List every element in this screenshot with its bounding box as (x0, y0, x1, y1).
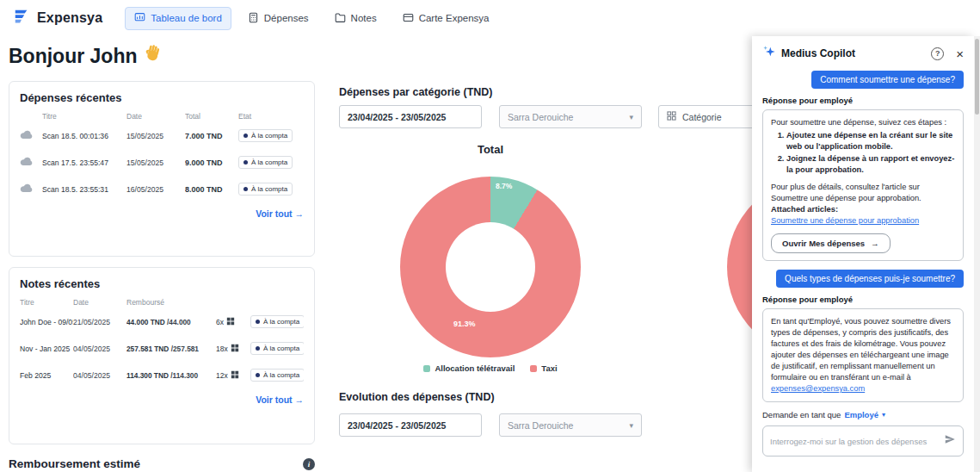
send-icon[interactable] (944, 433, 956, 449)
expense-date: 16/05/2025 (126, 185, 185, 194)
user-filter-value: Sarra Derouiche (508, 112, 573, 122)
user-filter-value: Sarra Derouiche (508, 420, 573, 431)
ask-as-role-dropdown[interactable]: Employé (844, 410, 878, 419)
nav-tab-label: Carte Expensya (419, 13, 490, 23)
attached-article-link[interactable]: Soumettre une dépense pour approbation (771, 216, 919, 225)
brand-name: Expensya (37, 10, 102, 26)
see-all-notes-link[interactable]: Voir tout → (20, 394, 304, 405)
response-audience-label: Réponse pour employé (762, 295, 964, 304)
table-header: Titre Date Remboursé (20, 298, 304, 307)
recent-notes-card: Notes récentes Titre Date Remboursé John… (9, 267, 315, 444)
expense-type-icon (20, 130, 42, 141)
expense-date: 15/05/2025 (126, 132, 185, 140)
legend-item-teletravail[interactable]: Allocation télétravail (423, 363, 515, 373)
category-grid-icon (667, 111, 676, 122)
note-amount-of: /114.300 (170, 371, 198, 380)
note-amount: 44.000 TND (126, 318, 165, 326)
col-reimbursed: Remboursé (126, 298, 216, 307)
status-label: À la compta (251, 158, 287, 166)
chevron-down-icon: ▾ (629, 113, 633, 121)
legend-item-taxi[interactable]: Taxi (530, 363, 557, 373)
folder-icon (335, 12, 346, 25)
copilot-message-input[interactable] (770, 437, 939, 446)
answer-details: Pour plus de détails, consultez l'articl… (771, 182, 955, 204)
scrollbar-thumb[interactable] (975, 39, 979, 115)
nav-tab-label: Tableau de bord (151, 13, 221, 23)
nav-tab-card[interactable]: Carte Expensya (393, 7, 499, 30)
expense-date: 15/05/2025 (126, 158, 185, 167)
close-icon[interactable]: × (956, 47, 964, 60)
evolution-section-title: Evolution des dépenses (TND) (339, 391, 495, 403)
col-date: Date (126, 112, 185, 121)
question-bubble-2[interactable]: Quels types de dépenses puis-je soumettr… (776, 270, 964, 288)
col-total: Total (185, 112, 238, 121)
status-label: À la compta (263, 318, 299, 326)
status-badge: À la compta (250, 315, 304, 328)
panel-scrollbar[interactable] (974, 36, 980, 472)
note-amount: 257.581 TND (126, 345, 169, 353)
main-content: Bonjour John Dépenses récentes Titre Dat… (0, 36, 980, 472)
copilot-title: Medius Copilot (781, 47, 926, 59)
col-title: Titre (42, 112, 126, 121)
status-dot (256, 320, 260, 324)
expense-title: Scan 18.5. 00:01:36 (42, 132, 126, 140)
answer-box-2: En tant qu'Employé, vous pouvez soumettr… (762, 308, 964, 402)
open-my-expenses-button[interactable]: Ouvrir Mes dépenses → (771, 233, 891, 253)
date-range-input[interactable]: 23/04/2025 - 23/05/2025 (339, 413, 482, 437)
user-filter-dropdown[interactable]: Sarra Derouiche▾ (499, 105, 642, 128)
table-row[interactable]: John Doe - 09/05/... 21/05/2025 44.000 T… (20, 308, 304, 335)
status-badge: À la compta (250, 342, 304, 355)
note-date: 04/05/2025 (73, 371, 126, 380)
chevron-down-icon: ▾ (882, 411, 885, 419)
card-title: Dépenses récentes (20, 91, 304, 104)
answer-steps: Ajoutez une dépense en la créant sur le … (771, 130, 955, 176)
answer-text: En tant qu'Employé, vous pouvez soumettr… (771, 317, 951, 382)
ask-as-prefix: Demande en tant que (762, 410, 841, 419)
question-bubble-1[interactable]: Comment soumettre une dépense? (811, 71, 964, 89)
grid-icon (226, 317, 235, 327)
note-count: 18x (216, 345, 228, 353)
expensya-logo[interactable]: Expensya (12, 8, 102, 28)
status-badge: À la compta (238, 183, 293, 196)
note-amount-of: /44.000 (167, 318, 191, 326)
help-icon[interactable]: ? (931, 47, 944, 60)
note-title: John Doe - 09/05/... (20, 318, 73, 326)
open-button-label: Ouvrir Mes dépenses (782, 239, 865, 248)
category-filter-value: Catégorie (682, 112, 722, 122)
expense-type-icon (20, 157, 42, 168)
greeting-heading: Bonjour John (9, 43, 164, 69)
category-donut-chart[interactable]: 8.7% 91.3% (400, 177, 581, 357)
sparkle-icon (762, 45, 776, 62)
nav-tab-notes[interactable]: Notes (325, 7, 386, 30)
note-count: 6x (216, 318, 224, 326)
status-label: À la compta (263, 345, 299, 352)
status-dot (243, 160, 248, 165)
table-row[interactable]: Feb 2025 04/05/2025 114.300 TND /114.300… (20, 362, 304, 388)
legend-swatch (423, 365, 430, 372)
expense-total: 7.000 TND (185, 132, 238, 140)
status-label: À la compta (251, 132, 287, 140)
note-amount: 114.300 TND (126, 371, 169, 380)
nav-tab-dashboard[interactable]: Tableau de bord (125, 7, 231, 30)
status-badge: À la compta (250, 369, 304, 382)
donut-chart-title: Total (400, 143, 581, 156)
email-link[interactable]: expenses@expensya.com (771, 384, 865, 393)
user-filter-dropdown[interactable]: Sarra Derouiche▾ (499, 413, 642, 437)
see-all-expenses-link[interactable]: Voir tout → (20, 208, 304, 219)
chevron-down-icon: ▾ (629, 421, 633, 430)
col-title: Titre (20, 298, 73, 307)
table-row[interactable]: Scan 18.5. 23:55:31 16/05/2025 8.000 TND… (20, 176, 304, 202)
ask-as-row: Demande en tant que Employé ▾ (762, 410, 964, 419)
date-range-input[interactable]: 23/04/2025 - 23/05/2025 (339, 105, 482, 128)
card-title: Notes récentes (20, 277, 304, 290)
category-section-title: Dépenses par catégorie (TND) (339, 86, 493, 98)
calculator-icon (248, 12, 259, 25)
table-header: Titre Date Total Etat (20, 112, 304, 121)
table-row[interactable]: Scan 17.5. 23:55:47 15/05/2025 9.000 TND… (20, 149, 304, 176)
nav-tab-expenses[interactable]: Dépenses (238, 7, 318, 30)
info-icon[interactable]: i (303, 458, 315, 470)
table-row[interactable]: Nov - Jan 2025 04/05/2025 257.581 TND /2… (20, 335, 304, 362)
table-row[interactable]: Scan 18.5. 00:01:36 15/05/2025 7.000 TND… (20, 122, 304, 149)
copilot-header: Medius Copilot ? × (762, 45, 964, 62)
expense-total: 8.000 TND (185, 185, 238, 194)
